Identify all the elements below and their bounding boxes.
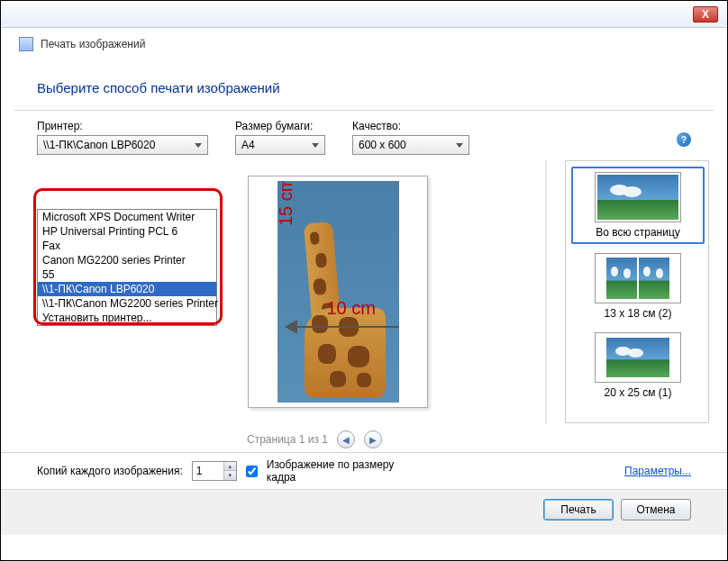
- controls-row: Принтер: \\1-ПК\Canon LBP6020 Размер бум…: [1, 111, 727, 160]
- close-icon: X: [702, 8, 709, 21]
- copies-input[interactable]: [193, 462, 223, 480]
- breadcrumb-title: Печать изображений: [41, 38, 145, 50]
- page-preview: 15 cm 10 cm: [248, 176, 428, 408]
- bottom-bar: Копий каждого изображения: ▲ ▼ Изображен…: [1, 452, 727, 489]
- fit-label: Изображение по размеру кадра: [267, 458, 402, 484]
- printer-option[interactable]: \\1-ПК\Canon LBP6020: [38, 282, 216, 296]
- print-button[interactable]: Печать: [543, 499, 614, 520]
- content-area: Печать изображений Выберите способ печат…: [1, 28, 727, 560]
- fit-checkbox[interactable]: [246, 466, 258, 477]
- copies-down-button[interactable]: ▼: [224, 471, 236, 480]
- printer-option[interactable]: Fax: [38, 239, 216, 253]
- printer-group: Принтер: \\1-ПК\Canon LBP6020: [37, 120, 208, 155]
- printer-dropdown-list[interactable]: Microsoft XPS Document WriterHP Universa…: [37, 209, 217, 326]
- close-button[interactable]: X: [693, 6, 718, 23]
- pager-prev-button[interactable]: ◀: [337, 430, 355, 448]
- layout-item-13x18[interactable]: 13 x 18 см (2): [571, 249, 705, 323]
- printer-option[interactable]: 55: [38, 267, 216, 282]
- layout-label: 20 x 25 см (1): [605, 386, 672, 399]
- quality-label: Качество:: [352, 120, 469, 132]
- printer-label: Принтер:: [37, 120, 208, 132]
- pager: Страница 1 из 1 ◀ ▶: [82, 423, 547, 452]
- printer-option[interactable]: \\1-ПК\Canon MG2200 series Printer: [38, 296, 216, 311]
- paper-value: A4: [241, 139, 306, 151]
- heading-row: Выберите способ печати изображений: [1, 60, 727, 110]
- titlebar: X: [1, 1, 727, 28]
- printer-option[interactable]: HP Universal Printing PCL 6: [38, 224, 216, 239]
- printer-option[interactable]: Microsoft XPS Document Writer: [38, 210, 216, 224]
- printer-icon: [19, 37, 33, 51]
- quality-dropdown[interactable]: 600 x 600: [352, 135, 469, 155]
- layout-label: 13 x 18 см (2): [605, 307, 672, 320]
- layout-item-fullpage[interactable]: Во всю страницу: [571, 167, 705, 244]
- dimension-vertical: 15 cm: [278, 181, 296, 226]
- paper-dropdown[interactable]: A4: [235, 135, 325, 155]
- pager-next-button[interactable]: ▶: [364, 430, 382, 448]
- dimension-horizontal: 10 cm: [327, 298, 376, 319]
- quality-value: 600 x 600: [359, 139, 450, 151]
- paper-group: Размер бумаги: A4: [235, 120, 325, 155]
- layout-label: Во всю страницу: [596, 226, 680, 239]
- layout-item-20x25[interactable]: 20 x 25 см (1): [571, 329, 705, 403]
- layout-thumb: [595, 172, 681, 222]
- help-icon[interactable]: ?: [677, 132, 691, 147]
- page-title: Выберите способ печати изображений: [37, 80, 691, 95]
- chevron-down-icon: [195, 143, 202, 148]
- copies-input-wrapper: ▲ ▼: [192, 461, 237, 481]
- copies-up-button[interactable]: ▲: [224, 462, 236, 471]
- chevron-down-icon: [456, 143, 463, 148]
- printer-dropdown[interactable]: \\1-ПК\Canon LBP6020: [37, 135, 208, 155]
- pager-label: Страница 1 из 1: [247, 433, 328, 446]
- printer-option[interactable]: Canon MG2200 series Printer: [38, 253, 216, 267]
- params-link[interactable]: Параметры...: [624, 465, 691, 477]
- quality-group: Качество: 600 x 600: [352, 120, 469, 155]
- breadcrumb: Печать изображений: [1, 28, 727, 60]
- cancel-button[interactable]: Отмена: [621, 499, 691, 520]
- layout-thumb: [595, 332, 681, 383]
- paper-label: Размер бумаги:: [235, 120, 325, 132]
- print-dialog: X Печать изображений Выберите способ печ…: [0, 0, 728, 561]
- layout-thumb: [595, 253, 681, 303]
- printer-value: \\1-ПК\Canon LBP6020: [43, 139, 189, 151]
- preview-image: 15 cm 10 cm: [278, 181, 399, 403]
- copies-label: Копий каждого изображения:: [37, 465, 183, 477]
- chevron-down-icon: [312, 143, 319, 148]
- footer: Печать Отмена: [1, 489, 727, 535]
- layout-list[interactable]: Во всю страницу 13 x 18 см (2) 20 x 25 с…: [565, 160, 709, 423]
- printer-option[interactable]: Установить принтер...: [38, 311, 216, 325]
